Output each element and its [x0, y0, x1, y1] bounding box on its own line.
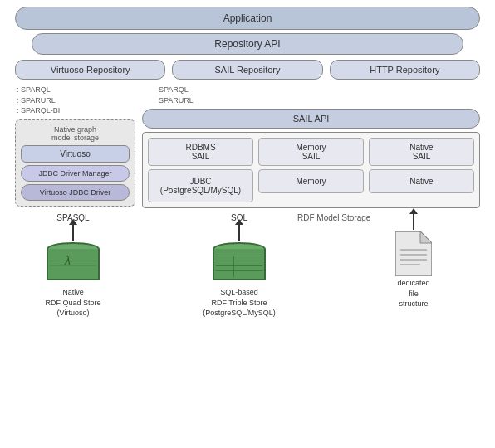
db2-item: SQL SQL-basedRDF Triple Store(PostgreSQL… [173, 213, 306, 319]
doc-svg [395, 231, 432, 276]
memory-sail-header: MemorySAIL [258, 138, 364, 166]
http-repo-box: HTTP Repository [330, 60, 480, 80]
db2-hline3 [216, 265, 262, 266]
db3-section: RDF Model Storage dedicatedfilestructure [347, 213, 480, 309]
sparql-labels-right: SPARQLSPARURL [159, 85, 480, 105]
db2-label: SQL-basedRDF Triple Store(PostgreSQL/MyS… [203, 287, 276, 319]
sail-stack-rdbms: RDBMSSAIL JDBC(PostgreSQL/MySQL) [148, 138, 253, 202]
sparql-labels-left: : SPARQL: SPARURL: SPARQL-BI [17, 85, 135, 116]
db3-label: dedicatedfilestructure [397, 278, 429, 309]
db2-arrowhead [235, 219, 243, 225]
rdf-model-storage-label: RDF Model Storage [297, 213, 370, 222]
http-repo-label: HTTP Repository [370, 65, 439, 75]
svg-marker-1 [420, 231, 432, 243]
bottom-section: SPASQL λ NativeRDF Quad Store(Virtuoso) … [15, 213, 480, 319]
jdbc-driver-label: JDBC Driver Manager [38, 169, 111, 178]
repos-row: Virtuoso Repository SAIL Repository HTTP… [15, 60, 480, 80]
db1-line2 [50, 265, 96, 266]
sail-api-label: SAIL API [293, 114, 330, 124]
application-box: Application [15, 7, 480, 30]
db1-line1 [50, 261, 96, 261]
repo-api-label: Repository API [214, 38, 280, 50]
virtuoso-inner-box: Virtuoso [21, 145, 130, 163]
sail-section: SPARQLSPARURL SAIL API RDBMSSAIL JDBC(Po… [142, 81, 480, 208]
db1-label: NativeRDF Quad Store(Virtuoso) [45, 287, 100, 319]
db1-cylinder: λ [47, 242, 100, 285]
native-sail-header: NativeSAIL [369, 138, 474, 166]
db3-arrowhead [409, 208, 418, 214]
db2-cylinder [213, 242, 266, 285]
sail-api-box: SAIL API [142, 109, 480, 129]
native-sail-inner: Native [369, 169, 474, 193]
sail-stack-native: NativeSAIL Native [369, 138, 474, 202]
db2-hline4 [216, 270, 262, 271]
sail-stack-memory: MemorySAIL Memory [258, 138, 364, 202]
db1-item: SPASQL λ NativeRDF Quad Store(Virtuoso) [15, 213, 131, 319]
main-content: : SPARQL: SPARURL: SPARQL-BI Native grap… [15, 81, 480, 208]
db1-symbol: λ [65, 254, 71, 267]
virtuoso-inner-label: Virtuoso [60, 149, 91, 158]
memory-sail-inner: Memory [258, 169, 364, 193]
rdbms-sail-inner: JDBC(PostgreSQL/MySQL) [148, 169, 253, 202]
diagram: Application Repository API Virtuoso Repo… [0, 0, 495, 448]
jdbc-driver-box: JDBC Driver Manager [21, 165, 130, 182]
rdbms-sail-header: RDBMSSAIL [148, 138, 253, 166]
application-label: Application [223, 12, 272, 24]
db1-cylinder-body [47, 249, 100, 280]
native-graph-box: Native graphmodel storage Virtuoso JDBC … [15, 119, 135, 207]
db2-cylinder-body [213, 249, 266, 280]
db1-arrow [72, 224, 74, 241]
db2-hline1 [216, 256, 262, 256]
db2-vline1 [233, 256, 234, 277]
db2-hline2 [216, 261, 262, 261]
virtuoso-repo-box: Virtuoso Repository [15, 60, 165, 80]
db3-doc-icon [395, 231, 432, 276]
virtuoso-jdbc-box: Virtuoso JDBC Driver [21, 184, 130, 201]
db3-arrow [413, 213, 414, 230]
sail-repo-box: SAIL Repository [172, 60, 322, 80]
db1-arrowhead [69, 219, 77, 225]
repo-api-box: Repository API [32, 33, 463, 55]
db2-arrow [238, 224, 240, 241]
virtuoso-jdbc-label: Virtuoso JDBC Driver [40, 188, 110, 197]
virtuoso-repo-label: Virtuoso Repository [51, 65, 130, 75]
sail-repo-label: SAIL Repository [214, 65, 280, 75]
native-graph-label: Native graphmodel storage [21, 125, 130, 142]
sail-stacks-container: RDBMSSAIL JDBC(PostgreSQL/MySQL) MemoryS… [142, 132, 480, 208]
virtuoso-section: : SPARQL: SPARURL: SPARQL-BI Native grap… [15, 81, 135, 208]
